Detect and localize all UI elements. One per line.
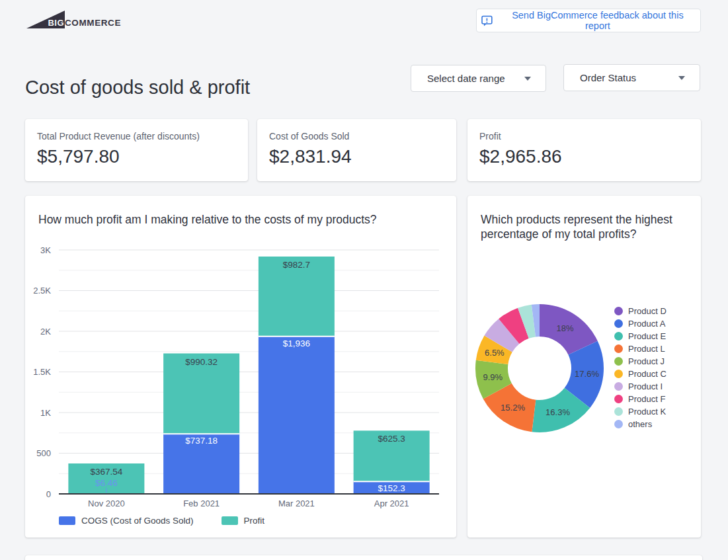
logo-big-text: BIG: [48, 18, 64, 28]
donut-slice-percent-label: 6.5%: [485, 348, 505, 358]
legend-color-dot: [614, 307, 623, 315]
date-range-dropdown-label: Select date range: [427, 73, 505, 84]
profit-legend-label: Profit: [244, 516, 265, 526]
y-axis-tick-label: 1.5K: [33, 367, 51, 377]
kpi-value: $2,965.86: [479, 146, 689, 167]
y-axis-tick-label: 2.5K: [33, 286, 51, 296]
legend-color-dot: [614, 420, 623, 428]
donut-chart-svg: 18%17.6%16.3%15.2%9.9%6.5%: [473, 302, 606, 434]
legend-item-label: others: [628, 419, 652, 429]
profit-value-label: $367.54: [90, 467, 122, 477]
donut-slice-percent-label: 16.3%: [546, 407, 570, 417]
donut-chart-card: Which products represent the highest per…: [467, 196, 701, 538]
legend-item-label: Product A: [628, 319, 665, 329]
kpi-card-revenue: Total Product Revenue (after discounts) …: [25, 119, 248, 181]
legend-color-dot: [614, 344, 623, 353]
bar-chart-legend: COGS (Cost of Goods Sold) Profit: [59, 516, 264, 526]
y-axis-tick-label: 0: [46, 489, 51, 499]
page-title: Cost of goods sold & profit: [25, 77, 250, 99]
date-range-dropdown[interactable]: Select date range: [411, 65, 546, 92]
legend-color-dot: [614, 407, 623, 416]
donut-legend-item[interactable]: Product J: [614, 355, 667, 368]
x-axis-category-label: Feb 2021: [183, 499, 220, 508]
donut-legend-item[interactable]: Product A: [614, 317, 667, 330]
x-axis-category-label: Nov 2020: [88, 499, 125, 508]
bigcommerce-logo-triangle: BIG: [26, 11, 65, 28]
profit-value-label: $982.7: [283, 260, 310, 270]
donut-legend-item[interactable]: Product D: [614, 305, 667, 317]
legend-item-label: Product E: [628, 331, 666, 341]
donut-chart-legend: Product DProduct AProduct EProduct LProd…: [614, 305, 667, 430]
legend-color-dot: [614, 370, 623, 378]
bar-chart-title: How much profit am I making relative to …: [38, 213, 435, 227]
cogs-legend-label: COGS (Cost of Goods Sold): [81, 516, 194, 526]
kpi-card-profit: Profit $2,965.86: [467, 119, 701, 181]
legend-item-label: Product F: [628, 394, 665, 404]
order-status-dropdown[interactable]: Order Status: [563, 64, 700, 91]
cogs-value-label: $152.3: [378, 483, 405, 493]
chevron-down-icon: [678, 76, 685, 80]
donut-legend-item[interactable]: Product I: [614, 380, 667, 393]
y-axis-tick-label: 500: [36, 448, 51, 458]
kpi-card-cogs: Cost of Goods Sold $2,831.94: [257, 119, 456, 181]
donut-legend-item[interactable]: Product K: [614, 405, 667, 418]
legend-color-dot: [614, 319, 623, 328]
donut-legend-item[interactable]: Product F: [614, 393, 667, 405]
donut-legend-item[interactable]: Product E: [614, 330, 667, 342]
bigcommerce-logo: BIG COMMERCE: [26, 11, 121, 28]
chevron-down-icon: [524, 77, 531, 81]
donut-legend-item[interactable]: Product L: [614, 342, 667, 355]
kpi-label: Cost of Goods Sold: [269, 131, 444, 141]
legend-item-label: Product L: [628, 344, 665, 354]
bar-chart-card: How much profit am I making relative to …: [25, 196, 456, 538]
legend-item-label: Product C: [628, 369, 667, 379]
donut-slice-percent-label: 9.9%: [483, 372, 503, 382]
kpi-value: $2,831.94: [269, 146, 444, 167]
bar-chart-svg: 05001K1.5K2K2.5K3K$367.54$6.46Nov 2020$9…: [25, 235, 456, 513]
kpi-label: Profit: [479, 131, 689, 141]
x-axis-category-label: Apr 2021: [374, 499, 409, 508]
kpi-value: $5,797.80: [37, 146, 236, 167]
y-axis-tick-label: 3K: [40, 245, 51, 255]
donut-slice-percent-label: 18%: [557, 323, 574, 333]
next-report-card: [25, 555, 702, 560]
legend-item-label: Product J: [628, 356, 665, 366]
y-axis-tick-label: 2K: [40, 327, 51, 337]
cogs-value-label: $6.46: [95, 478, 118, 488]
legend-color-dot: [614, 395, 623, 403]
donut-legend-item[interactable]: others: [614, 418, 667, 430]
donut-slice-percent-label: 15.2%: [501, 403, 525, 413]
x-axis-category-label: Mar 2021: [278, 499, 315, 508]
legend-item-label: Product I: [628, 381, 663, 391]
donut-chart-title: Which products represent the highest per…: [481, 213, 687, 242]
legend-item-label: Product D: [628, 306, 667, 316]
profit-value-label: $990.32: [185, 357, 218, 367]
donut-slice-percent-label: 17.6%: [575, 369, 599, 379]
logo-commerce-text: COMMERCE: [65, 18, 121, 28]
feedback-button-label: Send BigCommerce feedback about this rep…: [499, 10, 696, 31]
cogs-value-label: $1,936: [283, 339, 310, 348]
legend-item-label: Product K: [628, 407, 666, 417]
y-axis-tick-label: 1K: [40, 408, 51, 418]
cogs-value-label: $737.18: [185, 436, 218, 446]
send-feedback-button[interactable]: Send BigCommerce feedback about this rep…: [476, 9, 701, 32]
profit-value-label: $625.3: [378, 434, 405, 444]
legend-color-dot: [614, 382, 623, 391]
legend-color-dot: [614, 332, 623, 340]
bar-segment-cogs[interactable]: [259, 337, 335, 494]
profit-legend-swatch: [222, 516, 238, 525]
donut-legend-item[interactable]: Product C: [614, 368, 667, 380]
order-status-dropdown-label: Order Status: [580, 72, 636, 83]
legend-item-profit[interactable]: Profit: [222, 516, 265, 526]
legend-color-dot: [614, 357, 623, 366]
feedback-bubble-icon: [481, 15, 493, 27]
kpi-label: Total Product Revenue (after discounts): [37, 131, 236, 141]
legend-item-cogs[interactable]: COGS (Cost of Goods Sold): [59, 516, 194, 526]
cogs-legend-swatch: [59, 516, 75, 525]
